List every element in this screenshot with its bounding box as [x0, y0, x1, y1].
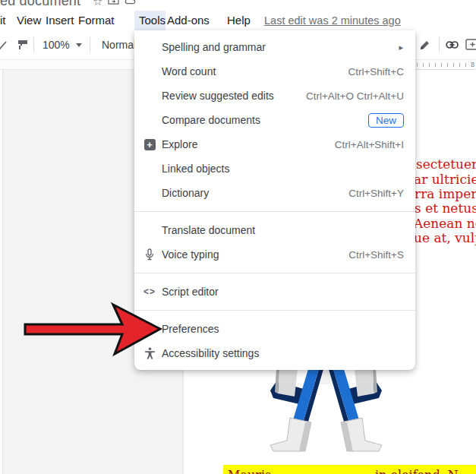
submenu-arrow-icon: ▸ — [399, 43, 403, 52]
menu-divider — [134, 211, 415, 212]
menu-help[interactable]: Help — [227, 11, 251, 30]
menu-item-accessibility-settings[interactable]: Accessibility settings — [134, 341, 415, 365]
menu-add-ons[interactable]: Add-ons — [167, 11, 210, 30]
doc-text-line: rra imperdie — [415, 186, 476, 201]
document-title[interactable]: ed document — [0, 0, 80, 9]
menu-item-explore[interactable]: + Explore Ctrl+Alt+Shift+I — [134, 132, 415, 156]
menu-item-compare-documents[interactable]: Compare documents New — [134, 108, 415, 132]
shortcut-label: Ctrl+Shift+C — [348, 66, 404, 77]
cloud-status-icon[interactable] — [125, 0, 137, 8]
doc-text-line: sectetuer ad — [416, 156, 476, 172]
doc-text-line: ue at, vulput — [414, 230, 476, 245]
star-icon[interactable]: ☆ — [93, 0, 102, 8]
doc-text-line: Aenean nec l — [414, 216, 476, 231]
insert-link-icon[interactable] — [446, 39, 461, 54]
menu-tools[interactable]: Tools — [139, 11, 165, 30]
toolbar-divider — [439, 37, 440, 52]
new-badge: New — [368, 113, 404, 128]
titlebar: ed document ☆ — [0, 0, 476, 11]
ruler-ticks — [417, 63, 476, 67]
menu-view[interactable]: View — [17, 11, 41, 30]
code-icon: <> — [143, 285, 156, 299]
shortcut-label: Ctrl+Alt+O Ctrl+Alt+U — [306, 90, 404, 102]
zoom-caret-icon[interactable] — [76, 43, 82, 47]
menu-divider — [134, 273, 415, 273]
menu-divider — [134, 310, 415, 311]
highlighted-text-line: Mauris in eleifend. N — [223, 465, 476, 474]
shortcut-label: Ctrl+Alt+Shift+I — [335, 139, 404, 150]
canvas-edge-line — [2, 70, 3, 474]
menu-item-preferences[interactable]: Preferences — [134, 317, 415, 341]
menu-item-voice-typing[interactable]: Voice typing Ctrl+Shift+S — [134, 242, 415, 267]
menu-item-dictionary[interactable]: Dictionary Ctrl+Shift+Y — [134, 181, 415, 205]
menu-insert[interactable]: Insert — [46, 11, 74, 30]
zoom-select[interactable]: 100% — [43, 30, 70, 59]
tools-dropdown-menu: Spelling and grammar ▸ Word count Ctrl+S… — [134, 30, 415, 370]
spell-check-icon[interactable] — [0, 39, 8, 54]
menu-item-script-editor[interactable]: <> Script editor — [134, 280, 415, 304]
highlight-fragment: in eleifend. N — [375, 468, 459, 474]
menu-edit[interactable]: it — [0, 11, 6, 30]
menu-item-linked-objects[interactable]: Linked objects — [134, 156, 415, 181]
toolbar-divider — [90, 37, 90, 52]
microphone-icon — [143, 248, 156, 261]
red-arrow-pointer — [19, 299, 171, 363]
explore-icon: + — [143, 137, 156, 151]
paint-format-icon[interactable] — [17, 39, 29, 54]
toolbar-divider — [33, 37, 34, 52]
add-comment-icon[interactable] — [465, 39, 476, 55]
menu-item-word-count[interactable]: Word count Ctrl+Shift+C — [134, 59, 415, 84]
highlight-fragment: Mauris — [228, 468, 271, 474]
menu-item-spelling-and-grammar[interactable]: Spelling and grammar ▸ — [134, 35, 415, 59]
robot-legs-image — [267, 369, 385, 454]
menu-format[interactable]: Format — [78, 11, 115, 30]
doc-text-line: s et netus et — [415, 201, 476, 216]
google-docs-window: { "titlebar": { "title": "ed document" }… — [0, 0, 476, 474]
edit-pen-icon[interactable] — [418, 39, 431, 55]
ruler-number: 3 — [471, 61, 474, 68]
doc-text-line: ar ultricies, — [414, 172, 476, 187]
move-folder-icon[interactable] — [108, 0, 119, 8]
menubar: it View Insert Format Tools Add-ons Help… — [0, 11, 476, 30]
menu-item-translate-document[interactable]: Translate document — [134, 218, 415, 242]
shortcut-label: Ctrl+Shift+S — [348, 249, 404, 261]
shortcut-label: Ctrl+Shift+Y — [348, 188, 404, 199]
menu-item-review-suggested-edits[interactable]: Review suggested edits Ctrl+Alt+O Ctrl+A… — [134, 84, 415, 108]
last-edit-link[interactable]: Last edit was 2 minutes ago — [264, 11, 401, 30]
